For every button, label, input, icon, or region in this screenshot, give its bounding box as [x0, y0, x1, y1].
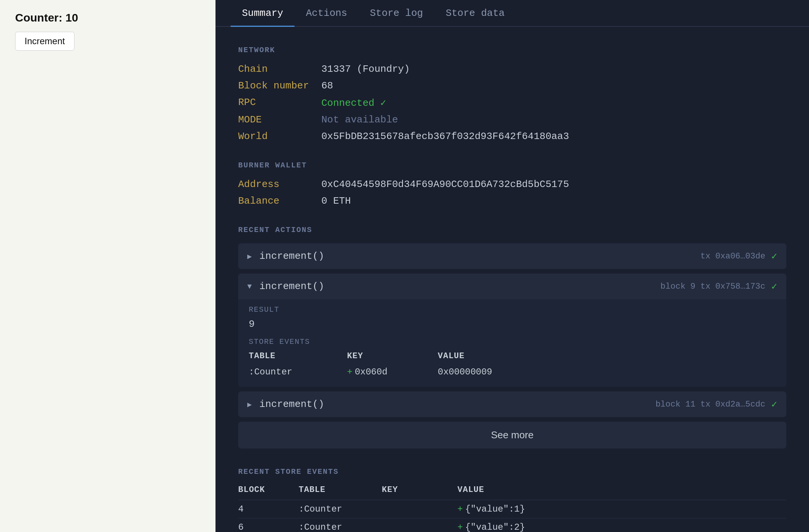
rse-col-block: BLOCK — [238, 485, 299, 500]
block-number-key: Block number — [238, 80, 314, 91]
recent-actions-section-label: RECENT ACTIONS — [238, 226, 786, 234]
chain-key: Chain — [238, 63, 314, 75]
rse-key-2 — [382, 518, 457, 532]
rse-row-1: 4 :Counter +{"value":1} — [238, 500, 786, 518]
action-name-1: increment() — [259, 251, 701, 262]
value-plus-icon-2: + — [457, 522, 463, 532]
action-arrow-2: ▼ — [247, 282, 252, 291]
rse-col-table: TABLE — [299, 485, 382, 500]
store-events-table: TABLE KEY VALUE :Counter +0x060d 0x00000… — [249, 351, 776, 379]
se-key-1: +0x060d — [347, 365, 438, 379]
mode-value: Not available — [321, 114, 786, 125]
mode-key: MODE — [238, 114, 314, 125]
se-value-1: 0x00000009 — [438, 365, 776, 379]
rse-table-2: :Counter — [299, 518, 382, 532]
store-events-label: STORE EVENTS — [249, 337, 776, 346]
rse-value-1: +{"value":1} — [457, 500, 786, 518]
result-label: RESULT — [249, 305, 776, 314]
rse-row-2: 6 :Counter +{"value":2} — [238, 518, 786, 532]
recent-store-events-label: RECENT STORE EVENTS — [238, 467, 786, 476]
tab-actions[interactable]: Actions — [294, 0, 358, 27]
key-plus-icon: + — [347, 367, 352, 377]
network-info-grid: Chain 31337 (Foundry) Block number 68 RP… — [238, 63, 786, 142]
action-item-1: ▶ increment() tx 0xa06…03de ✓ — [238, 243, 786, 269]
chain-value: 31337 (Foundry) — [321, 63, 786, 75]
see-more-button[interactable]: See more — [238, 422, 786, 448]
rse-table-1: :Counter — [299, 500, 382, 518]
se-col-key: KEY — [347, 351, 438, 365]
tab-store-data[interactable]: Store data — [434, 0, 516, 27]
rse-value-2: +{"value":2} — [457, 518, 786, 532]
tab-bar: Summary Actions Store log Store data — [215, 0, 809, 27]
action-header-1[interactable]: ▶ increment() tx 0xa06…03de ✓ — [238, 243, 786, 269]
action-check-3: ✓ — [771, 398, 777, 410]
action-name-3: increment() — [259, 399, 656, 410]
burner-wallet-info-grid: Address 0xC40454598F0d34F69A90CC01D6A732… — [238, 179, 786, 207]
left-panel: Counter: 10 Increment → MUD Dev Tools — [0, 0, 215, 532]
action-name-2: increment() — [259, 281, 660, 292]
balance-key: Balance — [238, 195, 314, 207]
action-item-3: ▶ increment() block 11 tx 0xd2a…5cdc ✓ — [238, 391, 786, 417]
network-section-label: NETWORK — [238, 46, 786, 54]
rse-col-value: VALUE — [457, 485, 786, 500]
action-item-2: ▼ increment() block 9 tx 0x758…173c ✓ RE… — [238, 274, 786, 387]
balance-value: 0 ETH — [321, 195, 786, 207]
store-event-row-1: :Counter +0x060d 0x00000009 — [249, 365, 776, 379]
action-check-1: ✓ — [771, 250, 777, 262]
action-meta-1: tx 0xa06…03de — [701, 252, 766, 261]
action-check-2: ✓ — [771, 280, 777, 292]
se-col-value: VALUE — [438, 351, 776, 365]
recent-store-events-table: BLOCK TABLE KEY VALUE 4 :Counter +{"valu… — [238, 485, 786, 532]
rse-key-1 — [382, 500, 457, 518]
rse-col-key: KEY — [382, 485, 457, 500]
action-body-2: RESULT 9 STORE EVENTS TABLE KEY VALUE :C… — [238, 299, 786, 387]
action-header-3[interactable]: ▶ increment() block 11 tx 0xd2a…5cdc ✓ — [238, 391, 786, 417]
action-arrow-3: ▶ — [247, 400, 252, 409]
rpc-value: Connected ✓ — [321, 97, 786, 109]
action-meta-2: block 9 tx 0x758…173c — [660, 282, 765, 291]
tab-store-log[interactable]: Store log — [358, 0, 434, 27]
action-arrow-1: ▶ — [247, 252, 252, 261]
block-number-value: 68 — [321, 80, 786, 91]
se-table-1: :Counter — [249, 365, 347, 379]
right-panel: Summary Actions Store log Store data NET… — [215, 0, 809, 532]
rse-block-1: 4 — [238, 500, 299, 518]
address-key: Address — [238, 179, 314, 190]
world-key: World — [238, 131, 314, 142]
counter-title: Counter: 10 — [15, 11, 200, 24]
action-header-2[interactable]: ▼ increment() block 9 tx 0x758…173c ✓ — [238, 274, 786, 299]
increment-button[interactable]: Increment — [15, 32, 74, 51]
main-content: NETWORK Chain 31337 (Foundry) Block numb… — [215, 27, 809, 532]
rse-block-2: 6 — [238, 518, 299, 532]
burner-wallet-section-label: BURNER WALLET — [238, 161, 786, 170]
rpc-key: RPC — [238, 97, 314, 109]
result-value: 9 — [249, 319, 776, 330]
se-col-table: TABLE — [249, 351, 347, 365]
world-value: 0x5FbDB2315678afecb367f032d93F642f64180a… — [321, 131, 786, 142]
tab-summary[interactable]: Summary — [231, 0, 294, 27]
value-plus-icon-1: + — [457, 504, 463, 514]
address-value: 0xC40454598F0d34F69A90CC01D6A732cBd5bC51… — [321, 179, 786, 190]
action-meta-3: block 11 tx 0xd2a…5cdc — [656, 400, 765, 409]
